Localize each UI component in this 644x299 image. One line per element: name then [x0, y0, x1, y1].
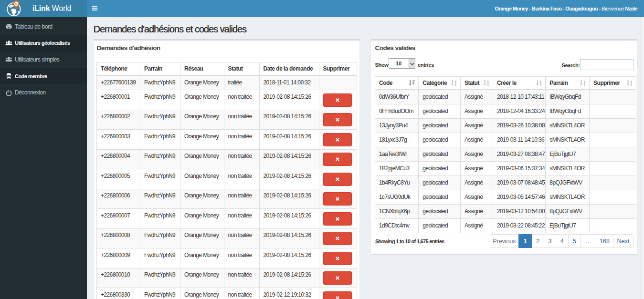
svg-text:$: $	[15, 2, 18, 6]
